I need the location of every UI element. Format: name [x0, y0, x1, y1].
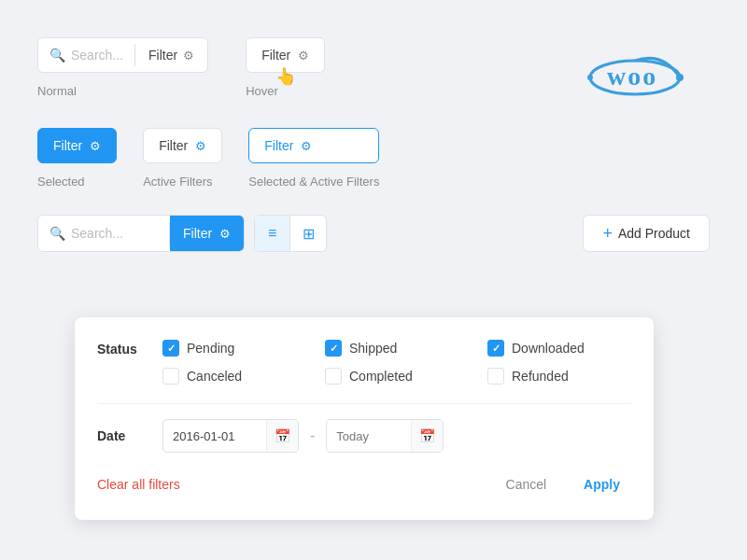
date-start-input[interactable]: [163, 429, 266, 443]
filter-label-selected: Filter: [53, 138, 82, 153]
checkbox-label-downloaded: Downloaded: [512, 341, 585, 356]
filter-button-sel-active[interactable]: Filter ⚙: [248, 128, 379, 163]
main-search-input-area: 🔍 Search...: [38, 226, 169, 241]
filter-checkboxes: ✓ Pending ✓ Shipped ✓: [162, 340, 631, 385]
apply-button[interactable]: Apply: [572, 471, 631, 497]
example-selected: Filter ⚙ Selected: [37, 128, 117, 189]
filter-label-hover: Filter: [261, 48, 290, 63]
checkbox-label-canceled: Canceled: [187, 369, 242, 384]
normal-label: Normal: [37, 84, 208, 98]
filter-horizontal-divider: [97, 403, 631, 404]
clear-all-filters-link[interactable]: Clear all filters: [97, 477, 180, 492]
checkbox-box-completed: [325, 368, 342, 385]
selected-label: Selected: [37, 175, 117, 189]
checkbox-box-shipped: ✓: [325, 340, 342, 357]
date-end-wrapper[interactable]: 📅: [326, 419, 444, 453]
date-label: Date: [97, 428, 162, 443]
checkbox-box-pending: ✓: [162, 340, 179, 357]
filter-sliders-icon-hover: ⚙: [298, 49, 309, 63]
filter-label-sel-active: Filter: [264, 138, 293, 153]
checkbox-downloaded[interactable]: ✓ Downloaded: [487, 340, 631, 357]
filter-sliders-icon-selected: ⚙: [90, 139, 101, 153]
main-toolbar: 🔍 Search... Filter ⚙ ≡ ⊞ + Add Product: [37, 215, 710, 252]
checkbox-label-completed: Completed: [349, 369, 413, 384]
footer-actions: Cancel Apply: [495, 471, 631, 497]
checkbox-box-refunded: [487, 368, 504, 385]
filter-button-hover[interactable]: Filter ⚙ 👆: [246, 37, 325, 73]
main-filter-button[interactable]: Filter ⚙: [170, 216, 244, 251]
filter-status-row: Status ✓ Pending ✓ Shipped: [97, 340, 631, 385]
checkbox-label-shipped: Shipped: [349, 341, 397, 356]
checkbox-box-canceled: [162, 368, 179, 385]
checkbox-canceled[interactable]: Canceled: [162, 368, 306, 385]
sel-active-label: Selected & Active Filters: [248, 175, 379, 189]
list-view-button[interactable]: ≡: [255, 216, 290, 251]
example-sel-active: Filter ⚙ Selected & Active Filters: [248, 128, 379, 189]
search-icon: 🔍: [49, 48, 65, 63]
grid-view-button[interactable]: ⊞: [290, 216, 326, 251]
filter-button-normal[interactable]: Filter ⚙: [135, 38, 207, 72]
checkmark-pending: ✓: [167, 343, 176, 354]
filter-label-normal: Filter: [148, 48, 177, 63]
status-label: Status: [97, 340, 162, 357]
add-icon: +: [602, 224, 613, 244]
date-end-input[interactable]: [327, 429, 411, 443]
checkbox-label-refunded: Refunded: [512, 369, 569, 384]
main-filter-sliders-icon: ⚙: [219, 227, 231, 241]
hover-label: Hover: [246, 84, 325, 98]
woo-logo: woo: [579, 37, 691, 112]
filter-button-selected[interactable]: Filter ⚙: [37, 128, 117, 163]
checkbox-pending[interactable]: ✓ Pending: [162, 340, 306, 357]
example-row-2: Filter ⚙ Selected Filter ⚙ Active Filter…: [37, 128, 710, 189]
checkbox-refunded[interactable]: Refunded: [487, 368, 631, 385]
filter-sliders-icon: ⚙: [183, 49, 194, 63]
search-input-area-normal: 🔍 Search...: [38, 48, 134, 63]
filter-sliders-icon-active: ⚙: [195, 139, 206, 153]
add-product-label: Add Product: [618, 226, 690, 241]
logo-area: woo: [579, 37, 691, 116]
filter-button-active[interactable]: Filter ⚙: [143, 128, 222, 163]
add-product-button[interactable]: + Add Product: [583, 215, 710, 252]
svg-text:woo: woo: [607, 62, 657, 91]
search-placeholder: Search...: [71, 48, 123, 63]
cancel-button[interactable]: Cancel: [495, 471, 558, 497]
checkmark-shipped: ✓: [330, 343, 338, 354]
svg-point-2: [587, 75, 593, 80]
example-hover: Filter ⚙ 👆 Hover: [246, 37, 325, 98]
date-inputs: 📅 - 📅: [162, 419, 444, 453]
filter-panel: Status ✓ Pending ✓ Shipped: [75, 317, 654, 520]
example-active-filters: Filter ⚙ Active Filters: [143, 128, 222, 189]
checkbox-shipped[interactable]: ✓ Shipped: [325, 340, 469, 357]
filter-panel-footer: Clear all filters Cancel Apply: [97, 471, 631, 497]
filter-status-section: Status ✓ Pending ✓ Shipped: [97, 340, 631, 385]
date-separator: -: [306, 427, 318, 444]
list-view-icon: ≡: [268, 225, 276, 242]
grid-view-icon: ⊞: [303, 225, 315, 243]
main-search-placeholder: Search...: [71, 226, 123, 241]
view-toggle: ≡ ⊞: [254, 215, 327, 252]
checkbox-label-pending: Pending: [187, 341, 234, 356]
date-start-wrapper[interactable]: 📅: [162, 419, 299, 453]
checkbox-box-downloaded: ✓: [487, 340, 504, 357]
main-search-filter-bar[interactable]: 🔍 Search... Filter ⚙: [37, 215, 245, 252]
active-filters-label: Active Filters: [143, 175, 222, 189]
date-end-calendar-icon: 📅: [411, 420, 443, 452]
search-filter-bar-normal[interactable]: 🔍 Search... Filter ⚙: [37, 37, 208, 73]
main-container: woo 🔍 Search... Filter ⚙ Normal: [0, 0, 747, 560]
main-search-icon: 🔍: [49, 226, 65, 241]
checkmark-downloaded: ✓: [492, 343, 500, 354]
filter-label-active: Filter: [159, 138, 188, 153]
example-normal: 🔍 Search... Filter ⚙ Normal: [37, 37, 208, 98]
date-start-calendar-icon: 📅: [266, 420, 298, 452]
checkbox-completed[interactable]: Completed: [325, 368, 469, 385]
filter-sliders-icon-sel-active: ⚙: [301, 139, 312, 153]
filter-date-row: Date 📅 - 📅: [97, 419, 631, 453]
main-filter-label: Filter: [183, 226, 212, 241]
